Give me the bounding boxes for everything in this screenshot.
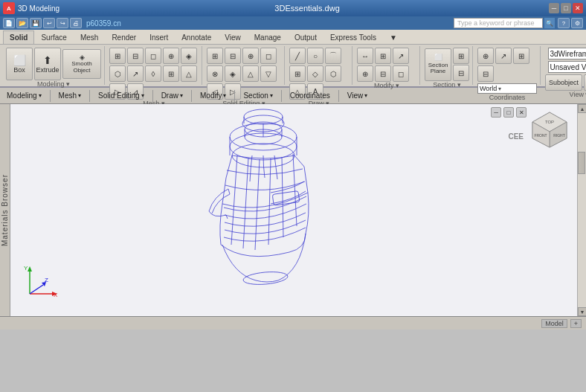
scroll-up-arrow[interactable]: ▲ xyxy=(578,104,586,113)
view-menu[interactable]: View ▾ xyxy=(344,90,372,101)
scroll-down-arrow[interactable]: ▼ xyxy=(578,307,586,316)
qa-redo-button[interactable]: ↪ xyxy=(57,18,68,28)
modeling-menu[interactable]: Modeling ▾ xyxy=(3,90,45,101)
qa-save-button[interactable]: 💾 xyxy=(30,18,42,28)
tab-output[interactable]: Output xyxy=(288,30,323,44)
se-btn4[interactable]: ◻ xyxy=(260,48,277,64)
smooth-object-button[interactable]: ◈ SmoothObject xyxy=(62,49,101,79)
tab-view[interactable]: View xyxy=(218,30,248,44)
mod-btn4[interactable]: ⊕ xyxy=(357,65,373,82)
qa-undo-button[interactable]: ↩ xyxy=(43,18,55,28)
section-menu[interactable]: Section ▾ xyxy=(239,90,276,101)
mesh-btn7[interactable]: ↗ xyxy=(127,65,144,82)
mesh-btn5[interactable]: ◈ xyxy=(181,48,197,64)
mod-btn2[interactable]: ⊞ xyxy=(375,48,391,64)
se-btn3[interactable]: ⊕ xyxy=(242,48,259,64)
qa-open-button[interactable]: 📂 xyxy=(16,18,28,28)
window-controls: ─ □ ✕ xyxy=(549,3,583,13)
materials-browser-sidebar[interactable]: Materials Browser xyxy=(0,104,10,316)
coordinates-menu[interactable]: Coordinates xyxy=(286,90,334,101)
tab-solid[interactable]: Solid xyxy=(3,30,34,44)
wireframe-combo[interactable]: 3dWireframe ▾ xyxy=(548,48,587,60)
svg-marker-39 xyxy=(28,266,32,271)
mesh-btn3[interactable]: ◻ xyxy=(145,48,161,64)
coord-btn4[interactable]: ⊟ xyxy=(477,65,494,82)
mesh-btn2[interactable]: ⊟ xyxy=(127,48,144,64)
search-box[interactable]: Type a keyword or phrase xyxy=(454,18,543,28)
mod-btn3[interactable]: ↗ xyxy=(393,48,409,64)
coord-btn1[interactable]: ⊕ xyxy=(477,48,494,64)
draw-btn1[interactable]: ╱ xyxy=(289,48,306,64)
extrude-button[interactable]: ⬆ Extrude xyxy=(34,48,61,80)
viewport-maximize-btn[interactable]: □ xyxy=(503,107,514,118)
status-layout-btn[interactable]: + xyxy=(570,319,582,328)
mesh-btn4[interactable]: ⊕ xyxy=(163,48,179,64)
mesh-menu[interactable]: Mesh ▾ xyxy=(55,90,85,101)
scroll-track[interactable] xyxy=(578,113,586,307)
tab-mesh[interactable]: Mesh xyxy=(74,30,105,44)
svg-line-41 xyxy=(30,285,43,294)
sec-btn1[interactable]: ⊞ xyxy=(453,48,469,64)
draw-menu[interactable]: Draw ▾ xyxy=(158,90,187,101)
tab-insert[interactable]: Insert xyxy=(143,30,175,44)
draw-btn5[interactable]: ◇ xyxy=(307,65,323,82)
qa-plot-button[interactable]: 🖨 xyxy=(70,18,82,28)
mesh-btn9[interactable]: ⊞ xyxy=(163,65,179,82)
draw-btn4[interactable]: ⊞ xyxy=(289,65,306,82)
search-button[interactable]: 🔍 xyxy=(544,18,555,28)
mesh-btn10[interactable]: △ xyxy=(181,65,197,82)
se-btn6[interactable]: ◈ xyxy=(225,65,241,82)
mod-btn5[interactable]: ⊟ xyxy=(375,65,391,82)
coord-btn3[interactable]: ⊞ xyxy=(513,48,529,64)
scroll-thumb[interactable] xyxy=(578,152,585,174)
mesh-btn8[interactable]: ◊ xyxy=(145,65,161,82)
viewport-close-btn[interactable]: ✕ xyxy=(516,107,527,118)
mesh-btn6[interactable]: ⬡ xyxy=(109,65,126,82)
qa-new-button[interactable]: 📄 xyxy=(3,18,15,28)
tab-annotate[interactable]: Annotate xyxy=(175,30,218,44)
mod-btn6[interactable]: ◻ xyxy=(393,65,409,82)
viewcube[interactable]: TOP RIGHT FRONT xyxy=(529,109,574,153)
view-combos: 3dWireframe ▾ xyxy=(548,48,587,60)
sec-btn2[interactable]: ⊟ xyxy=(453,65,469,81)
search-placeholder: Type a keyword or phrase xyxy=(457,19,535,27)
separator5 xyxy=(234,90,235,102)
mesh-btn1[interactable]: ⊞ xyxy=(109,48,126,64)
viewport[interactable]: ─ □ ✕ TOP RIGHT FRONT xyxy=(10,104,577,316)
tab-render[interactable]: Render xyxy=(105,30,143,44)
coord-btn2[interactable]: ↗ xyxy=(495,48,512,64)
svg-line-27 xyxy=(231,155,237,245)
settings-button[interactable]: ⚙ xyxy=(571,18,583,28)
help-button[interactable]: ? xyxy=(558,18,570,28)
tab-more[interactable]: ▼ xyxy=(383,30,404,44)
modify-buttons: ↔ ⊞ ↗ ⊕ ⊟ ◻ xyxy=(357,48,416,82)
tab-surface[interactable]: Surface xyxy=(34,30,73,44)
close-button[interactable]: ✕ xyxy=(573,3,583,13)
tab-manage[interactable]: Manage xyxy=(248,30,288,44)
status-model-btn[interactable]: Model xyxy=(541,319,567,328)
coord-axes: X Y Z xyxy=(22,266,59,303)
subobject-button[interactable]: Subobject xyxy=(545,74,582,91)
section-plane-button[interactable]: ⬜ SectionPlane xyxy=(425,48,451,81)
se-btn2[interactable]: ⊟ xyxy=(225,48,241,64)
mod-btn1[interactable]: ↔ xyxy=(357,48,373,64)
solid-editing-menu[interactable]: Solid Editing ▾ xyxy=(94,90,148,101)
draw-btn3[interactable]: ⌒ xyxy=(325,48,341,64)
se-btn5[interactable]: ⊗ xyxy=(207,65,223,82)
modify-menu[interactable]: Modify ▾ xyxy=(196,90,230,101)
viewport-restore-btn[interactable]: ─ xyxy=(491,107,501,118)
se-btn7[interactable]: △ xyxy=(242,65,259,82)
se-btn8[interactable]: ▽ xyxy=(260,65,277,82)
box-button[interactable]: ⬜ Box xyxy=(6,48,33,80)
unsaved-view-combo[interactable]: Unsaved View ▾ xyxy=(548,61,587,73)
world-combo[interactable]: World ▾ xyxy=(477,83,537,94)
minimize-button[interactable]: ─ xyxy=(549,3,559,13)
se-btn1[interactable]: ⊞ xyxy=(207,48,223,64)
draw-btn6[interactable]: ⬡ xyxy=(325,65,341,82)
maximize-button[interactable]: □ xyxy=(561,3,571,13)
draw-btn2[interactable]: ○ xyxy=(307,48,323,64)
tab-express[interactable]: Express Tools xyxy=(323,30,383,44)
box-label: Box xyxy=(13,67,25,74)
separator2 xyxy=(89,90,90,102)
status-bar: Model + xyxy=(0,316,586,330)
